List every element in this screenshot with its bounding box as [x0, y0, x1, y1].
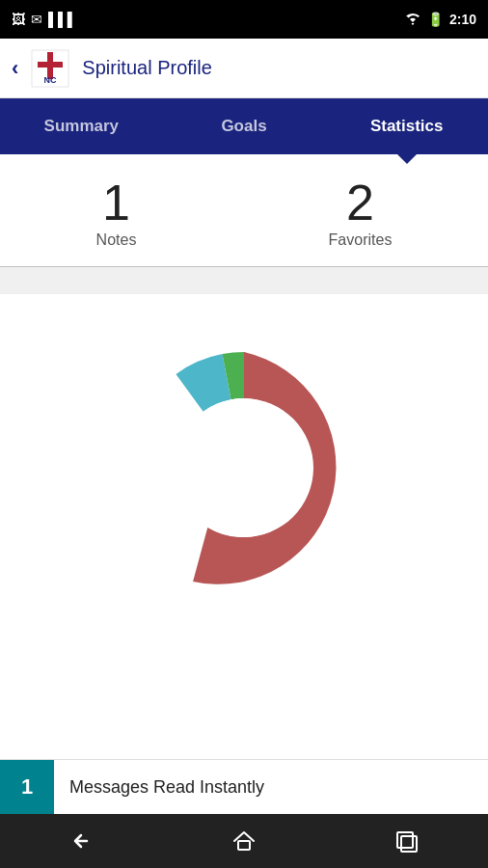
battery-icon: 🔋 [427, 12, 444, 27]
status-icons: 🖼 ✉ ▌▌▌ [12, 12, 77, 27]
svg-rect-6 [401, 836, 417, 852]
notes-label: Notes [96, 231, 137, 249]
svg-text:NC: NC [44, 75, 57, 85]
signal-icon: ▌▌▌ [48, 12, 77, 27]
recent-nav-icon [393, 828, 420, 854]
notes-count: 1 [102, 177, 130, 228]
back-nav-icon [68, 829, 95, 853]
nav-recent-button[interactable] [378, 822, 436, 860]
chart-percent-label: 90% [223, 454, 265, 478]
donut-chart: 90% [99, 323, 389, 612]
app-header: ‹ NC Spiritual Profile [0, 39, 488, 98]
tab-statistics[interactable]: Statistics [325, 98, 488, 154]
svg-rect-4 [238, 841, 250, 850]
wifi-icon [404, 12, 421, 28]
list-badge: 1 [0, 760, 54, 814]
list-item-label: Messages Read Instantly [54, 760, 488, 814]
nav-home-button[interactable] [215, 822, 273, 860]
favorites-stat: 2 Favorites [329, 177, 393, 249]
status-bar: 🖼 ✉ ▌▌▌ 🔋 2:10 [0, 0, 488, 39]
favorites-label: Favorites [329, 231, 393, 249]
time-display: 2:10 [449, 12, 476, 27]
tab-goals[interactable]: Goals [163, 98, 326, 154]
app-logo: NC [28, 46, 72, 91]
home-nav-icon [230, 828, 258, 854]
status-right: 🔋 2:10 [404, 12, 476, 28]
svg-rect-5 [397, 832, 413, 848]
svg-rect-2 [38, 62, 63, 68]
chart-area: 90% [0, 294, 488, 632]
list-item-messages[interactable]: 1 Messages Read Instantly [0, 760, 488, 814]
back-button[interactable]: ‹ [12, 56, 18, 81]
notes-stat: 1 Notes [96, 177, 137, 249]
list-area: 1 Messages Read Instantly [0, 759, 488, 814]
bottom-nav [0, 814, 488, 868]
stats-row: 1 Notes 2 Favorites [0, 154, 488, 266]
image-icon: 🖼 [12, 12, 25, 27]
favorites-count: 2 [346, 177, 374, 228]
app-title: Spiritual Profile [82, 57, 212, 79]
tab-summary[interactable]: Summary [0, 98, 163, 154]
tab-bar: Summary Goals Statistics [0, 98, 488, 154]
donut-svg: 90% [99, 323, 389, 612]
email-icon: ✉ [31, 12, 42, 27]
nav-back-button[interactable] [52, 822, 110, 860]
gray-band [0, 267, 488, 294]
